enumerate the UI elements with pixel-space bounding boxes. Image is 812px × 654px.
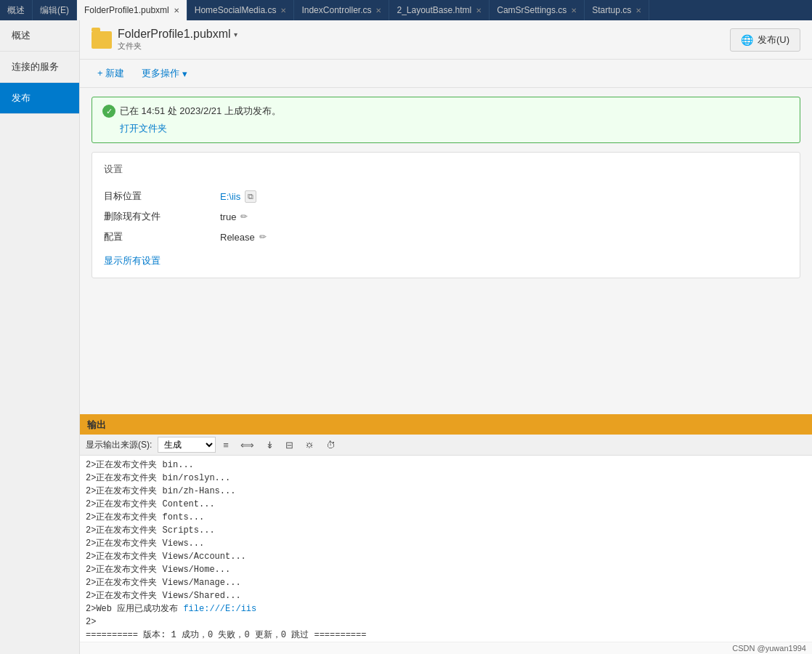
publish-icon: 🌐 [741, 34, 753, 46]
settings-value-target: E:\iis ⧉ [220, 190, 256, 203]
publish-success-link[interactable]: file:///E:/iis [183, 604, 256, 614]
settings-value-config: Release ✏ [220, 232, 267, 243]
folder-icon [92, 31, 112, 49]
output-line-5: 2>正在发布文件夹 fonts... [86, 511, 806, 524]
output-line-4: 2>正在发布文件夹 Content... [86, 498, 806, 511]
more-actions-chevron-icon: ▾ [182, 68, 187, 79]
tab-layout-base[interactable]: 2_LayoutBase.html ✕ [389, 0, 490, 20]
tab-close-home-social[interactable]: ✕ [280, 7, 286, 15]
target-location-link[interactable]: E:\iis [220, 191, 240, 202]
header-title-group: FolderProfile1.pubxml ▾ 文件夹 [118, 28, 237, 52]
output-line-1: 2>正在发布文件夹 bin... [86, 459, 806, 472]
tab-close-folder-profile[interactable]: ✕ [174, 7, 179, 15]
output-line-9: 2>正在发布文件夹 Views/Home... [86, 563, 806, 576]
tab-bar: 概述 编辑(E) FolderProfile1.pubxml ✕ HomeSoc… [0, 0, 812, 20]
settings-row-delete: 删除现有文件 true ✏ [104, 206, 788, 227]
show-all-settings-link[interactable]: 显示所有设置 [104, 254, 161, 267]
settings-title: 设置 [104, 163, 788, 176]
sidebar-item-connected-services[interactable]: 连接的服务 [0, 52, 79, 83]
sidebar-item-publish[interactable]: 发布 [0, 83, 79, 114]
output-divider-1: ========== 版本: 1 成功，0 失败，0 更新，0 跳过 =====… [86, 629, 806, 642]
output-panel: 输出 显示输出来源(S): 生成 ≡ ⟺ ↡ ⊟ ⛭ ⏱ 2>正在发布文件夹 b… [80, 414, 812, 654]
output-line-11: 2>正在发布文件夹 Views/Shared... [86, 589, 806, 602]
header-subtitle: 文件夹 [118, 41, 237, 52]
output-toolbar: 显示输出来源(S): 生成 ≡ ⟺ ↡ ⊟ ⛭ ⏱ [80, 435, 812, 456]
success-banner-header: ✓ 已在 14:51 处 2023/2/21 上成功发布。 [102, 105, 789, 118]
output-line-8: 2>正在发布文件夹 Views/Account... [86, 550, 806, 563]
tab-close-layout-base[interactable]: ✕ [476, 7, 482, 15]
settings-row-target: 目标位置 E:\iis ⧉ [104, 186, 788, 206]
settings-panel: 设置 目标位置 E:\iis ⧉ 删除现有文件 true ✏ [92, 152, 800, 278]
header-dropdown-arrow[interactable]: ▾ [234, 31, 237, 39]
content-header: FolderProfile1.pubxml ▾ 文件夹 🌐 发布(U) [80, 20, 812, 60]
settings-label-config: 配置 [104, 230, 220, 243]
settings-value-delete: true ✏ [220, 211, 248, 222]
output-line-7: 2>正在发布文件夹 Views... [86, 537, 806, 550]
output-scroll-button[interactable]: ↡ [261, 437, 278, 453]
toolbar: + 新建 更多操作 ▾ [80, 60, 812, 88]
output-header: 输出 [80, 416, 812, 435]
tab-home-social[interactable]: HomeSocialMedia.cs ✕ [187, 0, 295, 20]
tab-cam-settings[interactable]: CamSrSettings.cs ✕ [490, 0, 585, 20]
tab-folder-profile[interactable]: FolderProfile1.pubxml ✕ [77, 0, 187, 20]
content-scroll: ✓ 已在 14:51 处 2023/2/21 上成功发布。 打开文件夹 设置 目… [80, 88, 812, 414]
output-wrap-button[interactable]: ⟺ [236, 437, 259, 453]
settings-row-config: 配置 Release ✏ [104, 227, 788, 247]
sidebar-item-overview[interactable]: 概述 [0, 20, 79, 52]
edit-config-icon[interactable]: ✏ [259, 232, 267, 242]
output-settings-button[interactable]: ⛭ [301, 437, 319, 453]
tab-close-cam-settings[interactable]: ✕ [571, 7, 577, 15]
tab-edit[interactable]: 编辑(E) [33, 0, 77, 20]
success-banner: ✓ 已在 14:51 处 2023/2/21 上成功发布。 打开文件夹 [92, 97, 800, 143]
open-folder-link[interactable]: 打开文件夹 [120, 122, 167, 135]
output-line-empty: 2> [86, 615, 806, 629]
tab-close-startup[interactable]: ✕ [636, 7, 641, 15]
output-source-select[interactable]: 生成 [158, 437, 216, 453]
output-content: 2>正在发布文件夹 bin... 2>正在发布文件夹 bin/roslyn...… [80, 456, 812, 642]
copy-icon[interactable]: ⧉ [245, 190, 256, 203]
output-time-button[interactable]: ⏱ [322, 437, 340, 453]
tab-overview[interactable]: 概述 [0, 0, 33, 20]
output-line-10: 2>正在发布文件夹 Views/Manage... [86, 576, 806, 589]
header-title: FolderProfile1.pubxml ▾ [118, 28, 237, 41]
tab-startup[interactable]: Startup.cs ✕ [585, 0, 649, 20]
output-line-2: 2>正在发布文件夹 bin/roslyn... [86, 472, 806, 485]
main-area: 概述 连接的服务 发布 FolderProfile1.pubxml ▾ 文件夹 [0, 20, 812, 654]
settings-label-delete: 删除现有文件 [104, 210, 220, 223]
output-line-6: 2>正在发布文件夹 Scripts... [86, 524, 806, 537]
output-filter-button[interactable]: ⊟ [281, 437, 298, 453]
output-source-label: 显示输出来源(S): [86, 439, 152, 451]
output-line-publish: 2>Web 应用已成功发布 file:///E:/iis [86, 602, 806, 615]
publish-button[interactable]: 🌐 发布(U) [730, 28, 800, 52]
check-icon: ✓ [102, 105, 115, 118]
tab-close-index-controller[interactable]: ✕ [375, 7, 381, 15]
output-clear-button[interactable]: ≡ [219, 437, 233, 453]
header-left: FolderProfile1.pubxml ▾ 文件夹 [92, 28, 237, 52]
content-area: FolderProfile1.pubxml ▾ 文件夹 🌐 发布(U) + 新建… [80, 20, 812, 654]
tab-index-controller[interactable]: IndexController.cs ✕ [294, 0, 389, 20]
sidebar: 概述 连接的服务 发布 [0, 20, 80, 654]
new-button[interactable]: + 新建 [92, 64, 130, 83]
more-actions-button[interactable]: 更多操作 ▾ [136, 64, 193, 83]
output-watermark: CSDN @yuwan1994 [80, 642, 812, 654]
output-line-3: 2>正在发布文件夹 bin/zh-Hans... [86, 485, 806, 498]
edit-delete-icon[interactable]: ✏ [240, 211, 248, 222]
settings-label-target: 目标位置 [104, 190, 220, 203]
